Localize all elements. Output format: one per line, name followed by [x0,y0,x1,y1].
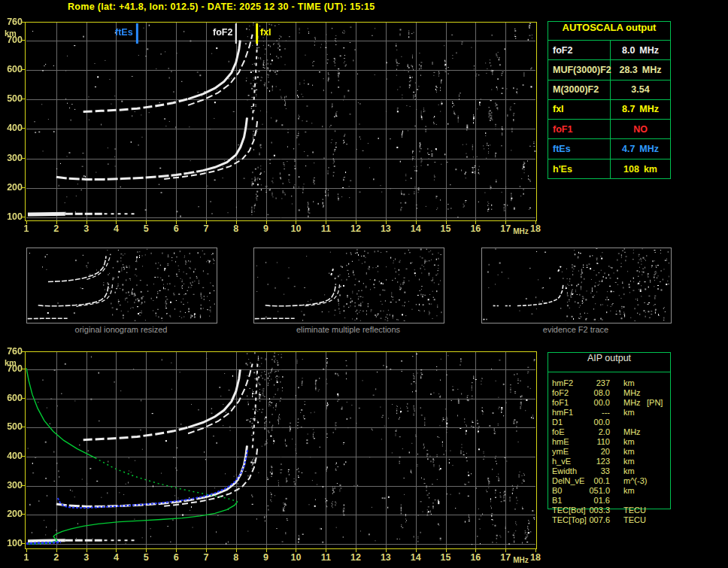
table-row: hmF2237km [548,378,671,388]
x-axis-tick-label: 16 [468,223,483,234]
x-axis-tick [116,549,117,552]
x-axis-tick-label: 11 [318,552,333,563]
value-cell: 110 [548,437,610,446]
value-cell: 108km [611,159,670,179]
x-axis-tick-label: 7 [199,223,214,234]
x-axis-tick-label: 2 [49,223,64,234]
y-axis-tick [21,158,25,159]
unit-cell: km [623,466,635,475]
table-row: ftEs4.7MHz [548,139,670,159]
x-axis-tick-label: 15 [438,223,453,234]
x-axis-tick-label: 13 [378,552,393,563]
y-axis-tick-label: 600 [0,64,23,74]
value-cell: 003.3 [548,506,610,515]
autoscala-table-title: AUTOSCALA output [548,22,670,41]
y-axis-tick [21,128,25,129]
value-cell: 28.3MHz [611,60,670,79]
value-cell: 08.0 [548,388,610,397]
x-axis-tick-label: 1 [19,552,34,563]
x-axis-tick-label: 4 [108,552,123,563]
value-cell: --- [548,408,610,417]
x-axis-tick-label: 5 [138,552,153,563]
y-axis-tick-label: 200 [0,182,23,193]
value-cell: 237 [548,378,610,387]
x-axis-tick [505,221,506,224]
x-axis-tick-label: 6 [168,223,184,234]
param-cell: ftEs [548,139,611,158]
x-axis-tick [356,549,356,552]
table-row: D100.0 [548,418,671,427]
x-axis-tick-label: 6 [168,552,184,563]
y-axis-unit-label: km [5,29,17,38]
autoscala-output-table: AUTOSCALA output foF28.0MHzMUF(3000)F228… [548,21,671,179]
param-cell: foF1 [548,120,611,138]
x-axis-tick [56,549,57,552]
unit-cell: MHz [623,398,641,407]
param-cell: foF2 [548,41,611,59]
x-axis-tick-label: 14 [408,223,423,234]
x-axis-tick-label: 2 [49,552,64,563]
table-row: M(3000)F23.54 [548,80,670,100]
table-row: hmE110km [548,437,671,447]
unit-cell: TECU [623,515,646,524]
table-row: foF1NO [548,120,670,139]
x-axis-tick [176,221,177,224]
x-axis-tick-label: 8 [229,552,244,563]
value-cell: 20 [548,447,610,456]
value-cell: 8.0MHz [611,41,670,59]
bottom-ionogram-plot [25,351,537,549]
table-row: foE2.0MHz [548,427,671,437]
x-axis-tick [206,549,207,552]
x-axis-tick [26,221,27,224]
x-axis-tick-label: 18 [528,552,543,563]
x-axis-tick [236,221,237,224]
aip-table-rows: hmF2237kmfoF208.0MHzfoF100.0MHz[PN]hmF1-… [548,378,671,525]
table-row: ymE20km [548,447,671,457]
x-axis-tick [416,549,417,552]
y-axis-tick-label: 100 [0,211,23,222]
unit-cell: m^(-3) [623,476,647,485]
table-row: foF28.0MHz [548,41,670,60]
x-axis-tick [86,549,87,552]
top-ionogram-canvas [26,23,536,220]
x-axis-tick-label: 11 [318,223,333,234]
x-axis-tick [386,221,387,224]
value-cell: 00.1 [548,476,610,485]
x-axis-tick-label: 17 [498,223,513,234]
unit-cell: km [623,437,635,446]
x-axis-tick-label: 3 [79,552,94,563]
y-axis-tick [21,485,25,486]
y-axis-tick [21,427,25,427]
param-cell: h'Es [548,159,611,179]
page-title: Rome (lat: +41.8, lon: 012.5) - DATE: 20… [68,2,375,12]
y-axis-tick [21,369,25,369]
x-axis-tick [206,221,207,224]
unit-cell: km [623,408,635,417]
x-axis-tick [356,221,356,224]
x-axis-tick-label: 16 [468,552,483,563]
y-axis-tick-label: 400 [0,123,23,133]
table-row: TEC[Top]007.6TECU [548,515,671,525]
unit-cell: MHz [623,427,641,436]
y-axis-tick-label: 300 [0,480,23,491]
value-cell: 4.7MHz [611,139,670,158]
y-axis-tick [21,543,25,544]
x-axis-tick [266,221,267,224]
x-axis-tick-label: 14 [408,552,423,563]
thumbnail-evidence-canvas [482,248,669,321]
x-axis-tick-label: 12 [348,223,363,234]
value-cell: 123 [548,457,610,466]
y-axis-tick-label: 400 [0,451,23,461]
y-axis-tick-label: 500 [0,421,23,432]
x-axis-tick-label: 5 [138,223,153,234]
x-axis-tick [386,549,387,552]
x-axis-tick-label: 7 [199,552,214,563]
unit-cell: MHz [623,388,641,397]
x-axis-tick [505,549,506,552]
x-axis-tick-label: 8 [229,223,244,234]
thumbnail-caption-eliminate: eliminate multiple reflections [253,325,443,334]
value-cell: 051.0 [548,486,610,495]
note-cell: [PN] [647,398,663,407]
x-axis-tick [296,221,296,224]
y-axis-tick [21,99,25,99]
